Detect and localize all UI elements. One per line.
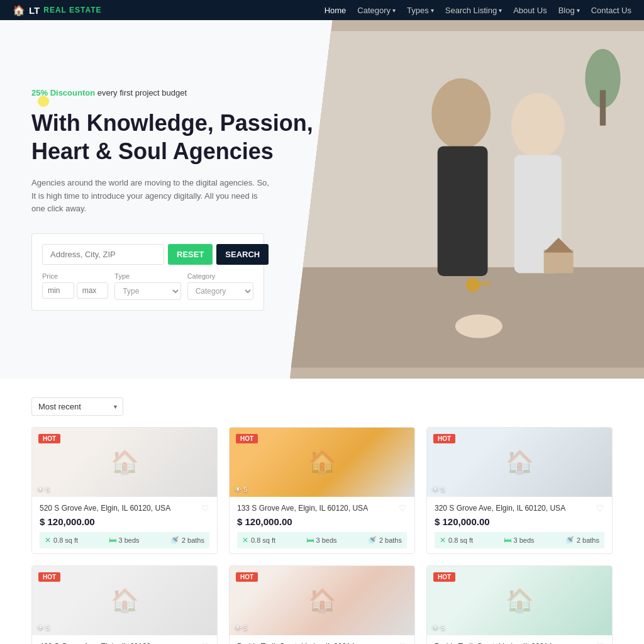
listing-features: ✕ 0.8 sq ft 🛏 3 beds 🚿 2 baths <box>237 532 407 548</box>
eye-icon: 👁 <box>432 624 439 631</box>
listings-section: Most recent Price: Low to High Price: Hi… <box>0 379 644 644</box>
listings-grid: HOT 👁 5 520 S Grove Ave, Elgin, IL 60120… <box>31 427 613 644</box>
search-row: RESET SEARCH <box>42 244 253 265</box>
type-select[interactable]: Type <box>114 282 180 300</box>
hero-content: 25% Discounton every first project budge… <box>0 50 384 348</box>
listing-address-row: Prairie Trail, Crystal Lake, IL 60014, ♡ <box>435 641 604 644</box>
eye-icon: 👁 <box>37 486 44 493</box>
nav-types[interactable]: Types ▾ <box>407 6 434 15</box>
listing-address: Prairie Trail, Crystal Lake, IL 60014, <box>435 641 592 644</box>
listing-body: 420 S Grove Ave, Elgin, IL 60120, ♡ $ 12… <box>32 635 217 644</box>
category-label: Category <box>187 272 253 280</box>
svg-rect-4 <box>600 90 606 125</box>
house-icon: 🏠 <box>13 4 25 16</box>
listing-image: HOT 👁 5 <box>427 428 612 497</box>
sort-select[interactable]: Most recent Price: Low to High Price: Hi… <box>31 397 123 416</box>
hero-subtitle: Agencies around the world are moving to … <box>31 177 270 216</box>
sqft-value: 0.8 sq ft <box>448 536 473 544</box>
heart-icon[interactable]: ♡ <box>399 641 407 644</box>
nav-blog[interactable]: Blog ▾ <box>558 6 580 15</box>
feature-sqft: ✕ 0.8 sq ft <box>45 536 78 545</box>
sqft-icon: ✕ <box>440 536 446 545</box>
hot-badge: HOT <box>433 434 455 443</box>
nav-category[interactable]: Category ▾ <box>357 6 396 15</box>
views-count: 5 <box>243 624 247 631</box>
listing-features: ✕ 0.8 sq ft 🛏 3 beds 🚿 2 baths <box>40 532 209 548</box>
listing-address: Prairie Trail, Crystal Lake, IL 60014, <box>237 641 395 644</box>
feature-beds: 🛏 3 beds <box>109 536 140 545</box>
heart-icon[interactable]: ♡ <box>201 503 209 513</box>
search-button[interactable]: SEARCH <box>216 244 269 265</box>
listing-body: 133 S Grove Ave, Elgin, IL 60120, USA ♡ … <box>230 497 414 553</box>
listing-address-row: 320 S Grove Ave, Elgin, IL 60120, USA ♡ <box>435 503 604 514</box>
hero-title: With Knowledge, Passion, Heart & Soul Ag… <box>31 109 352 165</box>
sqft-value: 0.8 sq ft <box>53 536 78 544</box>
chevron-down-icon: ▾ <box>392 7 396 14</box>
feature-baths: 🚿 2 baths <box>565 536 599 545</box>
filter-row: Price Type Type Category Category <box>42 272 253 300</box>
views-count: 5 <box>441 486 445 493</box>
views-count: 5 <box>243 486 247 493</box>
listing-address-row: 133 S Grove Ave, Elgin, IL 60120, USA ♡ <box>237 503 407 514</box>
chevron-down-icon: ▾ <box>499 7 502 14</box>
listing-address: 133 S Grove Ave, Elgin, IL 60120, USA <box>237 503 395 514</box>
eye-icon: 👁 <box>37 624 44 631</box>
heart-icon[interactable]: ♡ <box>596 503 604 513</box>
listing-views: 👁 5 <box>235 486 247 493</box>
nav-links: Home Category ▾ Types ▾ Search Listing ▾… <box>325 6 631 15</box>
price-min-input[interactable] <box>42 282 74 299</box>
sqft-icon: ✕ <box>45 536 51 545</box>
svg-rect-11 <box>543 250 573 274</box>
listing-views: 👁 5 <box>37 486 50 493</box>
listing-image: HOT 👁 5 <box>32 428 217 497</box>
feature-baths: 🚿 2 baths <box>170 536 204 545</box>
price-inputs <box>42 282 108 299</box>
heart-icon[interactable]: ♡ <box>596 641 604 644</box>
logo-tagline: REAL ESTATE <box>43 6 101 14</box>
svg-point-10 <box>437 81 484 134</box>
type-filter: Type Type <box>114 272 180 300</box>
bed-icon: 🛏 <box>109 536 116 545</box>
sqft-icon: ✕ <box>242 536 248 545</box>
reset-button[interactable]: RESET <box>168 244 213 265</box>
nav-contact-us[interactable]: Contact Us <box>591 6 631 15</box>
site-logo[interactable]: 🏠 LT REAL ESTATE <box>13 4 102 16</box>
listing-price: $ 120,000.00 <box>435 516 604 527</box>
svg-point-16 <box>455 314 502 338</box>
bed-icon: 🛏 <box>504 536 511 545</box>
listing-price: $ 120,000.00 <box>237 516 407 527</box>
beds-value: 3 beds <box>514 536 535 544</box>
eye-icon: 👁 <box>235 486 242 493</box>
feature-beds: 🛏 3 beds <box>504 536 535 545</box>
feature-sqft: ✕ 0.8 sq ft <box>242 536 275 545</box>
listing-image: HOT 👁 5 <box>230 566 414 635</box>
feature-sqft: ✕ 0.8 sq ft <box>440 536 473 545</box>
feature-baths: 🚿 2 baths <box>367 536 402 545</box>
discount-highlight: 25% Discounton <box>31 88 95 97</box>
heart-icon[interactable]: ♡ <box>399 503 407 513</box>
listing-image: HOT 👁 5 <box>427 566 612 635</box>
category-select[interactable]: Category <box>187 282 253 300</box>
baths-value: 2 baths <box>379 536 402 544</box>
nav-about-us[interactable]: About Us <box>513 6 547 15</box>
nav-home[interactable]: Home <box>325 6 347 15</box>
svg-point-7 <box>517 99 558 146</box>
logo-lt: LT <box>29 5 40 16</box>
search-input[interactable] <box>42 244 164 265</box>
views-count: 5 <box>46 486 50 493</box>
hero-section: 25% Discounton every first project budge… <box>0 20 644 379</box>
price-filter: Price <box>42 272 108 300</box>
listing-views: 👁 5 <box>432 624 445 631</box>
chevron-down-icon: ▾ <box>431 7 434 14</box>
listings-header: Most recent Price: Low to High Price: Hi… <box>31 397 613 416</box>
hot-badge: HOT <box>38 572 60 582</box>
baths-value: 2 baths <box>182 536 204 544</box>
heart-icon[interactable]: ♡ <box>201 641 209 644</box>
nav-search-listing[interactable]: Search Listing ▾ <box>445 6 502 15</box>
svg-rect-15 <box>487 281 489 285</box>
beds-value: 3 beds <box>119 536 140 544</box>
feature-beds: 🛏 3 beds <box>306 536 337 545</box>
bath-icon: 🚿 <box>367 536 377 545</box>
price-max-input[interactable] <box>77 282 109 299</box>
eye-icon: 👁 <box>432 486 439 493</box>
